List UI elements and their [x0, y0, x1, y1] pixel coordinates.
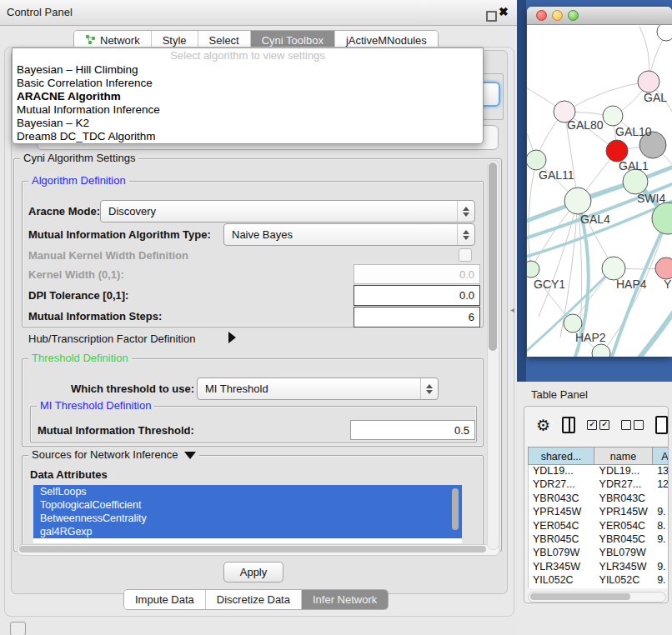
- tab-label: Network: [100, 34, 140, 47]
- table-cell: [653, 547, 669, 560]
- deselect-all-icon[interactable]: [621, 420, 644, 430]
- node-label-gcy1: GCY1: [534, 278, 565, 291]
- tab-label: Impute Data: [135, 593, 194, 606]
- tab-discretize-data[interactable]: Discretize Data: [206, 590, 302, 609]
- table-cell: YPR145W: [595, 506, 654, 519]
- table-panel-title: Table Panel: [531, 388, 588, 401]
- table-cell: 12.: [653, 478, 669, 492]
- table-row[interactable]: YPR145WYPR145W9.: [529, 506, 669, 519]
- apply-button[interactable]: Apply: [223, 562, 283, 582]
- float-window-icon[interactable]: [486, 11, 497, 22]
- mi-threshold-field[interactable]: 0.5: [350, 420, 475, 440]
- settings-vertical-scrollbar[interactable]: [487, 160, 499, 550]
- which-threshold-combo[interactable]: MI Threshold: [197, 378, 439, 400]
- threshold-definition-title: Threshold Definition: [28, 352, 132, 364]
- control-panel-titlebar: Control Panel ✖: [0, 0, 517, 26]
- tab-label: jActiveMNodules: [346, 34, 427, 47]
- table-row[interactable]: YLR345WYLR345W9.: [529, 561, 669, 574]
- table-cell: 13.: [653, 465, 669, 478]
- table-row[interactable]: YDL19...YDL19...13.: [529, 465, 669, 478]
- network-node-hap4[interactable]: [602, 257, 625, 280]
- table-cell: 9.: [653, 561, 669, 574]
- dropdown-item[interactable]: Dream8 DC_TDC Algorithm: [13, 130, 483, 143]
- table-cell: YDL19...: [529, 465, 595, 478]
- network-view-window[interactable]: GALGAL80GAL10GAL1SWI4GAL11GAL4GCY1HAP4YH…: [527, 7, 672, 357]
- network-node-gal10[interactable]: [603, 106, 623, 126]
- tab-impute-data[interactable]: Impute Data: [124, 590, 206, 609]
- table-cell: YER054C: [595, 520, 654, 533]
- table-cell: 9.: [653, 533, 669, 547]
- tab-infer-network[interactable]: Infer Network: [302, 590, 388, 609]
- settings-group-title: Cyni Algorithm Settings: [20, 152, 138, 164]
- algorithm-dropdown-popup: Select algorithm to view settings Bayesi…: [12, 48, 484, 144]
- network-node-gal11[interactable]: [527, 150, 546, 170]
- network-node-swi4[interactable]: [623, 169, 648, 194]
- table-cell: YDR27...: [529, 478, 595, 492]
- table-row[interactable]: YIL052CYIL052C9.: [529, 574, 669, 588]
- node-table: shared...nameA YDL19...YDL19...13.YDR27.…: [528, 447, 669, 588]
- network-node-gcy1[interactable]: [527, 261, 539, 278]
- table-row[interactable]: YER054CYER054C8.: [529, 520, 669, 533]
- attribute-item[interactable]: TopologicalCoefficient: [33, 498, 462, 512]
- minimize-window-icon[interactable]: [552, 10, 563, 21]
- attribute-item[interactable]: BetweennessCentrality: [33, 512, 462, 525]
- network-node-y[interactable]: [655, 258, 672, 279]
- algorithm-definition-title: Algorithm Definition: [28, 174, 129, 187]
- table-cell: YIL052C: [529, 574, 595, 588]
- attributes-scrollbar[interactable]: [452, 487, 459, 540]
- which-threshold-label: Which threshold to use:: [71, 382, 194, 395]
- table-row[interactable]: YBR045CYBR045C9.: [529, 533, 669, 547]
- tab-label: Infer Network: [313, 593, 377, 606]
- table-cell: YBR043C: [529, 492, 595, 506]
- select-all-icon[interactable]: ✓✓: [587, 420, 609, 430]
- close-icon[interactable]: ✖: [499, 5, 509, 18]
- network-edge-highlighted: [527, 197, 672, 258]
- network-window-titlebar[interactable]: [527, 7, 672, 25]
- dropdown-item[interactable]: Bayesian – K2: [13, 117, 483, 130]
- expand-right-icon[interactable]: [228, 332, 236, 343]
- aracne-mode-combo[interactable]: Discovery: [100, 200, 475, 222]
- table-cell: YBR043C: [595, 492, 654, 506]
- panel-collapse-arrow-icon[interactable]: ◂: [510, 305, 514, 314]
- bottom-tabstrip: Impute DataDiscretize DataInfer Network: [123, 589, 389, 610]
- dpi-tolerance-field[interactable]: 0.0: [354, 285, 480, 306]
- mi-steps-field[interactable]: 6: [354, 307, 480, 328]
- table-header-row: shared...nameA: [528, 447, 669, 465]
- dropdown-placeholder: Select algorithm to view settings: [13, 48, 483, 63]
- hub-definition-label[interactable]: Hub/Transcription Factor Definition: [28, 332, 195, 345]
- collapse-down-icon[interactable]: [184, 452, 196, 459]
- settings-horizontal-scrollbar[interactable]: [17, 544, 500, 556]
- network-node-hap2[interactable]: [564, 314, 582, 332]
- zoom-window-icon[interactable]: [568, 10, 579, 21]
- columns-icon[interactable]: [562, 417, 575, 433]
- network-node-gal[interactable]: [638, 71, 659, 92]
- attribute-item[interactable]: gal4RGexp: [33, 525, 462, 538]
- minimized-panel-icon[interactable]: [10, 622, 26, 635]
- mi-algorithm-type-combo[interactable]: Naive Bayes: [223, 223, 475, 246]
- column-header-A[interactable]: A: [653, 447, 669, 465]
- kernel-width-label: Kernel Width (0,1):: [28, 268, 124, 281]
- close-window-icon[interactable]: [536, 10, 547, 21]
- table-row[interactable]: YBR043CYBR043C: [529, 492, 669, 506]
- table-row[interactable]: YBL079WYBL079W: [529, 547, 669, 560]
- dropdown-item[interactable]: Bayesian – Hill Climbing: [13, 63, 483, 77]
- mi-threshold-group-title: MI Threshold Definition: [37, 399, 154, 412]
- table-horizontal-scrollbar[interactable]: [528, 592, 666, 602]
- network-canvas[interactable]: GALGAL80GAL10GAL1SWI4GAL11GAL4GCY1HAP4YH…: [527, 25, 672, 357]
- manual-kernel-checkbox[interactable]: [459, 248, 472, 262]
- network-node[interactable]: [657, 25, 672, 41]
- kernel-width-field[interactable]: 0.0: [354, 264, 480, 284]
- column-header-name[interactable]: name: [594, 447, 653, 465]
- table-cell: 9.: [653, 506, 669, 519]
- page-icon[interactable]: [655, 416, 668, 434]
- attribute-item[interactable]: SelfLoops: [33, 485, 462, 498]
- data-attributes-list[interactable]: SelfLoopsTopologicalCoefficientBetweenne…: [33, 485, 462, 543]
- dropdown-item[interactable]: Basic Correlation Inference: [13, 77, 483, 90]
- dropdown-item[interactable]: Mutual Information Inference: [13, 103, 483, 117]
- dropdown-item[interactable]: ARACNE Algorithm: [13, 90, 483, 103]
- table-row[interactable]: YDR27...YDR27...12.: [529, 478, 669, 492]
- network-node-gal4[interactable]: [564, 188, 591, 214]
- table-cell: YLR345W: [529, 561, 595, 574]
- column-header-shared[interactable]: shared...: [528, 447, 594, 465]
- gear-icon[interactable]: ⚙: [536, 418, 550, 433]
